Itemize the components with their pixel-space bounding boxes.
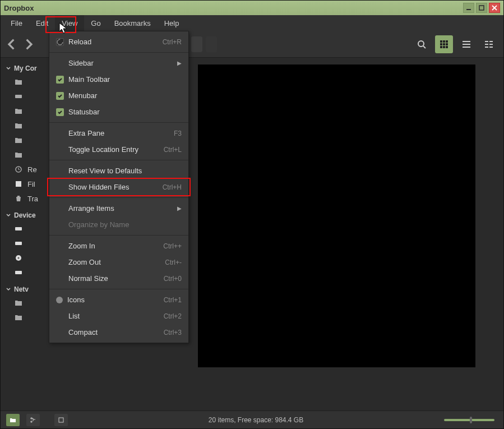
file-icon (14, 179, 23, 188)
drive-icon (14, 239, 23, 248)
svg-rect-12 (463, 41, 470, 42)
chevron-right-icon: ▶ (177, 60, 182, 66)
check-icon (56, 108, 64, 116)
window-controls (463, 3, 500, 13)
nav-forward-button[interactable] (23, 39, 34, 50)
svg-rect-4 (443, 40, 445, 43)
menu-show-hidden-files[interactable]: Show Hidden Files Ctrl+H (49, 179, 188, 195)
menu-file[interactable]: File (4, 15, 29, 31)
menu-view-compact[interactable]: Compact Ctrl+3 (49, 324, 188, 340)
menu-separator (49, 197, 188, 198)
svg-rect-20 (489, 47, 493, 48)
zoom-slider[interactable] (444, 419, 494, 421)
menu-statusbar[interactable]: Statusbar (49, 104, 188, 120)
window-title: Dropbox (4, 4, 463, 12)
svg-rect-5 (446, 40, 448, 43)
drive-icon (14, 224, 23, 233)
svg-rect-0 (466, 9, 471, 10)
svg-point-2 (418, 41, 424, 47)
svg-rect-6 (440, 43, 442, 45)
menubar: File Edit View Go Bookmarks Help (1, 15, 503, 31)
drive-icon (14, 92, 23, 101)
svg-rect-8 (446, 43, 448, 45)
folder-icon (14, 150, 23, 159)
svg-rect-28 (15, 271, 22, 274)
network-folder-icon (14, 313, 23, 322)
svg-rect-3 (440, 40, 442, 43)
svg-point-27 (18, 257, 20, 259)
menu-zoom-in[interactable]: Zoom In Ctrl++ (49, 238, 188, 254)
menu-separator (49, 289, 188, 289)
radio-icon (56, 297, 63, 303)
menu-separator (49, 160, 188, 160)
menu-view[interactable]: View (55, 15, 84, 31)
menu-extra-pane[interactable]: Extra Pane F3 (49, 125, 188, 141)
svg-rect-25 (15, 242, 22, 245)
folder-icon (14, 121, 23, 130)
drive-icon (14, 268, 23, 277)
menu-separator (49, 52, 188, 53)
trash-icon (14, 194, 23, 203)
breadcrumb (191, 36, 217, 52)
network-folder-icon (14, 298, 23, 307)
svg-rect-10 (443, 46, 445, 48)
menu-view-list[interactable]: List Ctrl+2 (49, 308, 188, 324)
search-button[interactable] (413, 35, 431, 53)
svg-rect-15 (485, 41, 488, 42)
breadcrumb-segment[interactable] (206, 36, 217, 52)
check-icon (56, 92, 64, 100)
show-hidden-toggle[interactable] (54, 414, 68, 426)
reload-icon (56, 38, 64, 46)
minimize-button[interactable] (463, 3, 474, 13)
menu-arrange-items[interactable]: Arrange Items ▶ (49, 200, 188, 216)
menu-go[interactable]: Go (84, 15, 107, 31)
menu-reset-view[interactable]: Reset View to Defaults (49, 163, 188, 179)
svg-rect-24 (15, 227, 22, 230)
menu-menubar[interactable]: Menubar (49, 87, 188, 104)
maximize-button[interactable] (476, 3, 487, 13)
svg-rect-13 (463, 44, 470, 45)
titlebar[interactable]: Dropbox (1, 1, 503, 15)
folder-icon (14, 77, 23, 86)
view-icons-button[interactable] (435, 35, 453, 53)
menu-separator (49, 235, 188, 236)
check-icon (56, 76, 64, 84)
menu-zoom-out[interactable]: Zoom Out Ctrl+- (49, 254, 188, 270)
svg-rect-29 (59, 418, 63, 422)
folder-icon (14, 136, 23, 145)
places-button[interactable] (6, 414, 20, 426)
svg-rect-1 (479, 6, 484, 10)
treeview-button[interactable] (26, 414, 40, 426)
menu-toggle-location[interactable]: Toggle Location Entry Ctrl+L (49, 141, 188, 158)
menu-bookmarks[interactable]: Bookmarks (108, 15, 158, 31)
svg-rect-14 (463, 47, 470, 48)
view-menu-dropdown: Reload Ctrl+R Sidebar ▶ Main Toolbar Men… (49, 31, 189, 343)
menu-view-icons[interactable]: Icons Ctrl+1 (49, 292, 188, 308)
svg-rect-21 (15, 95, 22, 98)
breadcrumb-segment[interactable] (191, 36, 202, 52)
close-button[interactable] (489, 3, 500, 13)
menu-reload[interactable]: Reload Ctrl+R (49, 34, 188, 50)
nav-back-button[interactable] (6, 39, 17, 50)
statusbar-text: 20 items, Free space: 984.4 GB (75, 416, 437, 424)
view-compact-button[interactable] (480, 35, 498, 53)
svg-rect-17 (485, 44, 488, 45)
menu-normal-size[interactable]: Normal Size Ctrl+0 (49, 270, 188, 287)
menu-separator (49, 122, 188, 123)
disc-icon (14, 253, 23, 262)
view-list-button[interactable] (457, 35, 475, 53)
chevron-right-icon: ▶ (177, 205, 182, 211)
content-redacted-area (198, 64, 475, 367)
statusbar: 20 items, Free space: 984.4 GB (1, 410, 503, 428)
svg-rect-11 (446, 46, 448, 48)
recent-icon (14, 165, 23, 174)
menu-edit[interactable]: Edit (29, 15, 55, 31)
menu-organize-by-name: Organize by Name (49, 216, 188, 233)
menu-help[interactable]: Help (158, 15, 186, 31)
svg-rect-18 (489, 44, 493, 45)
svg-rect-9 (440, 46, 442, 48)
svg-rect-16 (489, 41, 493, 42)
menu-main-toolbar[interactable]: Main Toolbar (49, 71, 188, 87)
menu-sidebar[interactable]: Sidebar ▶ (49, 55, 188, 71)
svg-rect-23 (16, 181, 21, 187)
